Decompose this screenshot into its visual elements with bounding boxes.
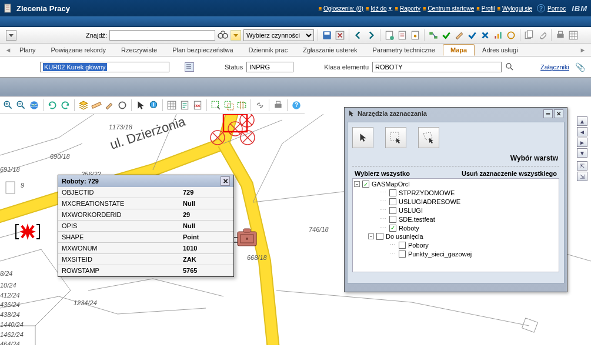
tab-dziennik[interactable]: Dziennik prac <box>241 44 296 56</box>
status-field[interactable] <box>246 62 293 72</box>
prev-icon[interactable] <box>353 30 363 41</box>
tool-a-icon[interactable] <box>506 30 516 41</box>
pan-collapse-button[interactable]: ⇲ <box>577 172 587 181</box>
attach-icon[interactable] <box>537 30 547 41</box>
docset-icon[interactable] <box>524 30 535 41</box>
tree-checkbox[interactable] <box>389 216 396 223</box>
zoom-out-icon[interactable] <box>15 99 27 111</box>
query-dropdown[interactable] <box>6 30 16 41</box>
action-select[interactable]: Wybierz czynności <box>243 29 314 41</box>
pointer-icon[interactable] <box>135 99 146 111</box>
pan-expand-button[interactable]: ⇱ <box>577 161 587 171</box>
task-icon[interactable] <box>384 30 395 41</box>
approve-icon[interactable] <box>441 30 452 41</box>
tab-adres[interactable]: Adres usługi <box>475 44 526 56</box>
announcements-link[interactable]: ■Ogłoszenia: (0) <box>319 5 363 12</box>
tree-checkbox[interactable] <box>362 181 369 188</box>
feature-popup-header[interactable]: Roboty: 729 ✕ <box>58 175 233 187</box>
main-id-field[interactable]: KUR02 Kurek główny <box>40 62 169 72</box>
tab-powiazane[interactable]: Powiązane rekordy <box>44 44 114 56</box>
tree-checkbox[interactable] <box>389 207 396 214</box>
print-map-icon[interactable] <box>272 99 284 111</box>
check-icon[interactable] <box>467 30 478 41</box>
tree-expander[interactable]: − <box>354 181 360 187</box>
help-icon[interactable]: ? <box>537 4 545 12</box>
edit-icon[interactable] <box>454 30 465 41</box>
tab-parametry[interactable]: Parametry techniczne <box>365 44 443 56</box>
redo-icon[interactable] <box>59 99 71 111</box>
pdf-icon[interactable]: PDF <box>192 99 203 111</box>
tab-mapa[interactable]: Mapa <box>443 44 475 56</box>
tab-plany[interactable]: Plany <box>12 44 44 56</box>
report-icon[interactable] <box>179 99 191 111</box>
select-poly-tool[interactable] <box>418 127 439 148</box>
tree-checkbox[interactable] <box>399 251 406 258</box>
binoculars-icon[interactable] <box>218 30 228 41</box>
find-input[interactable] <box>109 30 215 41</box>
tab-rzeczywiste[interactable]: Rzeczywiste <box>113 44 165 56</box>
select-all-link[interactable]: Wybierz wszystko <box>355 170 410 177</box>
class-field[interactable] <box>372 62 502 72</box>
tree-checkbox[interactable] <box>376 233 383 240</box>
selection-panel-min[interactable]: ━ <box>543 109 553 118</box>
tree-checkbox[interactable] <box>389 198 396 205</box>
logout-link[interactable]: ■Wyloguj się <box>497 5 532 12</box>
select-add-icon[interactable] <box>223 99 235 111</box>
tab-plan-bezp[interactable]: Plan bezpieczeństwa <box>165 44 241 56</box>
feature-popup-close[interactable]: ✕ <box>221 176 230 186</box>
pan-left-button[interactable]: ◄ <box>577 127 587 136</box>
doc-a-icon[interactable] <box>397 30 408 41</box>
select-rect-icon[interactable] <box>210 99 222 111</box>
selection-panel-title: Narzędzia zaznaczania <box>358 110 427 117</box>
help-map-icon[interactable]: ? <box>291 99 302 111</box>
tree-checkbox[interactable] <box>389 225 396 232</box>
print-icon[interactable] <box>555 30 566 41</box>
clear-icon[interactable] <box>335 30 345 41</box>
selection-panel-close[interactable]: ✕ <box>554 109 563 118</box>
reports-link[interactable]: ■Raporty <box>395 5 420 12</box>
pan-right-button[interactable]: ► <box>577 138 587 147</box>
start-center-link[interactable]: ■Centrum startowe <box>423 5 474 12</box>
goto-link[interactable]: ■Idź do▼ <box>366 5 393 12</box>
cancel-icon[interactable] <box>480 30 490 41</box>
pan-up-button[interactable]: ▲ <box>577 116 587 126</box>
paperclip-icon[interactable]: 📎 <box>575 62 585 72</box>
tab-scroll-right[interactable]: ► <box>579 46 586 54</box>
refresh-icon[interactable] <box>46 99 58 111</box>
profile-link[interactable]: ■Profil <box>476 5 495 12</box>
help-link[interactable]: Pomoc <box>547 5 566 12</box>
save-icon[interactable] <box>322 30 332 41</box>
tree-checkbox[interactable] <box>399 242 406 249</box>
grid-icon[interactable] <box>568 30 579 41</box>
deselect-all-link[interactable]: Usuń zaznaczenie wszystkiego <box>462 170 557 177</box>
link-icon[interactable] <box>254 99 266 111</box>
pan-down-button[interactable]: ▼ <box>577 148 587 158</box>
pencil-icon[interactable] <box>103 99 115 111</box>
tree-checkbox[interactable] <box>389 189 396 196</box>
class-label: Klasa elementu <box>324 64 369 71</box>
select-pointer-tool[interactable] <box>352 127 373 148</box>
tab-scroll-left[interactable]: ◄ <box>5 46 12 54</box>
circle-icon[interactable] <box>116 99 128 111</box>
globe-icon[interactable] <box>28 99 40 111</box>
layers-icon[interactable] <box>78 99 89 111</box>
svg-text:436/24: 436/24 <box>0 301 20 308</box>
main-id-menu[interactable] <box>185 62 194 72</box>
ruler-icon[interactable] <box>91 99 102 111</box>
zoom-in-icon[interactable] <box>2 99 14 111</box>
select-remove-icon[interactable] <box>236 99 248 111</box>
class-lookup-icon[interactable] <box>505 62 515 72</box>
layer-tree[interactable]: −GASMapOrcl ⋯STPRZYDOMOWE ⋯USLUGIADRESOW… <box>352 178 559 272</box>
chart-icon[interactable] <box>493 30 503 41</box>
select-rect-tool[interactable] <box>385 127 406 148</box>
tree-expander[interactable]: − <box>368 233 374 239</box>
tab-zglaszanie[interactable]: Zgłaszanie usterek <box>295 44 365 56</box>
attachments-link[interactable]: Załączniki <box>540 64 569 71</box>
identify-icon[interactable]: i <box>148 99 159 111</box>
next-icon[interactable] <box>366 30 376 41</box>
find-options[interactable] <box>231 30 241 41</box>
doc-b-icon[interactable] <box>410 30 420 41</box>
grid-tool-icon[interactable] <box>166 99 178 111</box>
selection-panel-header[interactable]: Narzędzia zaznaczania ━ ✕ <box>345 108 567 119</box>
workflow-icon[interactable] <box>428 30 439 41</box>
